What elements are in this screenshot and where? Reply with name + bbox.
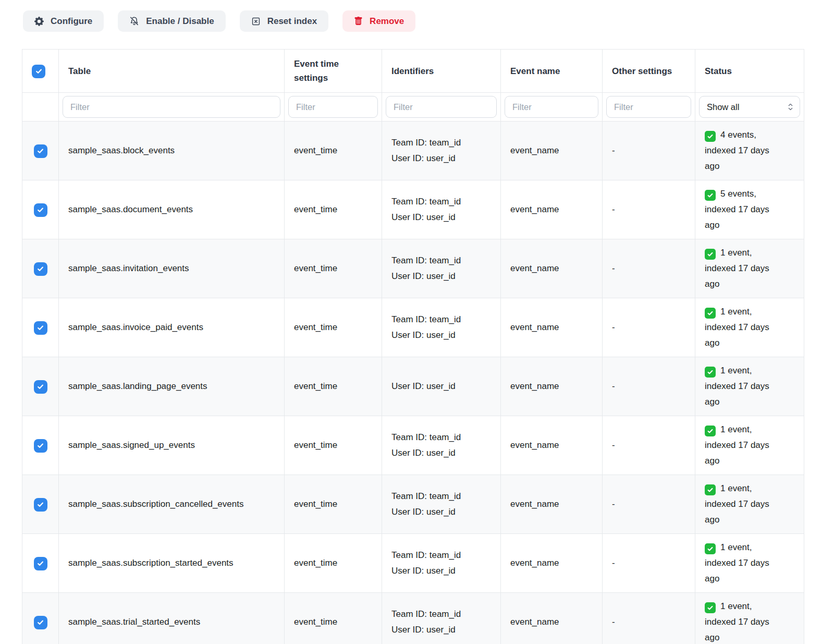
checkbox-check-icon xyxy=(36,618,44,626)
table-filter-input[interactable] xyxy=(63,96,280,118)
checkbox-check-icon xyxy=(36,383,44,391)
table-name-cell: sample_saas.signed_up_events xyxy=(59,416,285,475)
row-checkbox[interactable] xyxy=(34,498,47,512)
identifiers-cell: Team ID: team_idUser ID: user_id xyxy=(382,239,501,298)
table-name-cell: sample_saas.trial_started_events xyxy=(59,593,285,644)
row-checkbox[interactable] xyxy=(34,439,47,453)
identifier-line: User ID: user_id xyxy=(391,379,491,394)
event-name-cell: event_name xyxy=(501,534,603,593)
enable-disable-button-label: Enable / Disable xyxy=(146,16,214,27)
status-cell: 4 events, indexed 17 days ago xyxy=(695,121,804,180)
column-header-status: Status xyxy=(695,50,804,93)
table-row: sample_saas.landing_page_eventsevent_tim… xyxy=(22,357,804,416)
column-header-identifiers: Identifiers xyxy=(382,50,501,93)
row-checkbox-cell xyxy=(22,416,59,475)
row-checkbox[interactable] xyxy=(34,616,47,629)
identifier-line: Team ID: team_id xyxy=(391,253,491,269)
other-settings-cell: - xyxy=(603,416,695,475)
table-name-cell: sample_saas.landing_page_events xyxy=(59,357,285,416)
row-checkbox[interactable] xyxy=(34,557,47,570)
column-header-other-settings: Other settings xyxy=(603,50,695,93)
toolbar: Configure Enable / Disable Reset index R… xyxy=(23,10,834,32)
status-cell: 1 event, indexed 17 days ago xyxy=(695,593,804,644)
checkbox-check-icon xyxy=(36,147,44,155)
event-time-settings-cell: event_time xyxy=(285,357,382,416)
event-name-cell: event_name xyxy=(501,121,603,180)
identifiers-cell: Team ID: team_idUser ID: user_id xyxy=(382,121,501,180)
status-cell: 1 event, indexed 17 days ago xyxy=(695,416,804,475)
select-all-header-cell xyxy=(22,50,59,93)
row-checkbox[interactable] xyxy=(34,380,47,394)
checkbox-check-icon xyxy=(36,265,44,273)
event-time-settings-cell: event_time xyxy=(285,239,382,298)
checkbox-check-icon xyxy=(36,442,44,449)
success-check-icon xyxy=(705,131,716,142)
other-settings-cell: - xyxy=(603,239,695,298)
identifier-line: Team ID: team_id xyxy=(391,312,491,327)
row-checkbox[interactable] xyxy=(34,203,47,217)
table-header-row: Table Event time settings Identifiers Ev… xyxy=(22,50,804,93)
identifiers-filter-input[interactable] xyxy=(386,96,497,118)
other-settings-cell: - xyxy=(603,593,695,644)
status-cell: 1 event, indexed 17 days ago xyxy=(695,475,804,534)
checkbox-check-icon xyxy=(35,67,43,75)
row-checkbox[interactable] xyxy=(34,262,47,276)
remove-button[interactable]: Remove xyxy=(342,10,415,32)
row-checkbox-cell xyxy=(22,357,59,416)
success-check-icon xyxy=(705,308,716,319)
table-name-cell: sample_saas.invitation_events xyxy=(59,239,285,298)
identifier-line: Team ID: team_id xyxy=(391,606,491,622)
success-check-icon xyxy=(705,602,716,613)
identifiers-cell: Team ID: team_idUser ID: user_id xyxy=(382,534,501,593)
checkbox-check-icon xyxy=(36,206,44,214)
identifier-line: User ID: user_id xyxy=(391,151,491,166)
table-body: sample_saas.block_eventsevent_timeTeam I… xyxy=(22,121,804,644)
row-checkbox-cell xyxy=(22,239,59,298)
table-name-cell: sample_saas.invoice_paid_events xyxy=(59,298,285,357)
row-checkbox-cell xyxy=(22,475,59,534)
enable-disable-button[interactable]: Enable / Disable xyxy=(118,10,225,32)
event-name-cell: event_name xyxy=(501,416,603,475)
row-checkbox[interactable] xyxy=(34,321,47,335)
identifier-line: Team ID: team_id xyxy=(391,489,491,504)
identifiers-cell: Team ID: team_idUser ID: user_id xyxy=(382,298,501,357)
identifier-line: Team ID: team_id xyxy=(391,135,491,151)
status-cell: 5 events, indexed 17 days ago xyxy=(695,180,804,239)
success-check-icon xyxy=(705,543,716,554)
table-name-cell: sample_saas.subscription_cancelled_event… xyxy=(59,475,285,534)
row-checkbox-cell xyxy=(22,180,59,239)
row-checkbox[interactable] xyxy=(34,144,47,158)
event-time-settings-cell: event_time xyxy=(285,180,382,239)
event-name-filter-input[interactable] xyxy=(505,96,598,118)
event-name-cell: event_name xyxy=(501,180,603,239)
table-row: sample_saas.block_eventsevent_timeTeam I… xyxy=(22,121,804,180)
select-chevrons-icon xyxy=(788,102,793,112)
identifier-line: User ID: user_id xyxy=(391,269,491,284)
identifiers-cell: Team ID: team_idUser ID: user_id xyxy=(382,180,501,239)
reset-index-button-label: Reset index xyxy=(267,16,317,27)
identifier-line: User ID: user_id xyxy=(391,563,491,579)
table-row: sample_saas.subscription_started_eventse… xyxy=(22,534,804,593)
event-time-filter-input[interactable] xyxy=(288,96,378,118)
checkbox-check-icon xyxy=(36,324,44,332)
column-header-table: Table xyxy=(59,50,285,93)
event-time-settings-cell: event_time xyxy=(285,416,382,475)
reset-index-button[interactable]: Reset index xyxy=(240,10,328,32)
row-checkbox-cell xyxy=(22,534,59,593)
table-row: sample_saas.document_eventsevent_timeTea… xyxy=(22,180,804,239)
filter-row: Show all xyxy=(22,93,804,121)
identifier-line: User ID: user_id xyxy=(391,622,491,638)
success-check-icon xyxy=(705,484,716,495)
other-settings-filter-input[interactable] xyxy=(606,96,691,118)
select-all-checkbox[interactable] xyxy=(32,65,45,78)
gear-icon xyxy=(34,17,44,26)
configure-button[interactable]: Configure xyxy=(23,10,104,32)
table-name-cell: sample_saas.subscription_started_events xyxy=(59,534,285,593)
status-filter-select[interactable]: Show all xyxy=(699,96,800,118)
identifiers-cell: Team ID: team_idUser ID: user_id xyxy=(382,593,501,644)
identifier-line: Team ID: team_id xyxy=(391,548,491,563)
identifier-line: User ID: user_id xyxy=(391,504,491,520)
success-check-icon xyxy=(705,367,716,378)
event-name-cell: event_name xyxy=(501,239,603,298)
other-settings-cell: - xyxy=(603,298,695,357)
